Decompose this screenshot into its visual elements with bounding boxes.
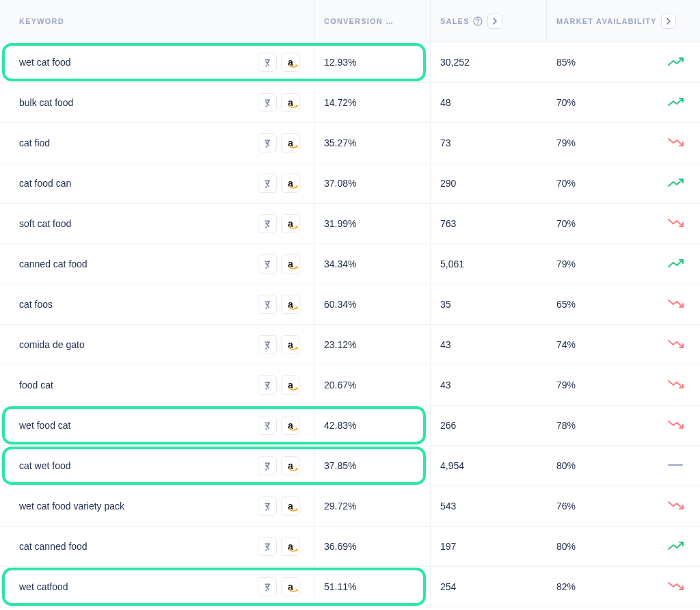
table-row[interactable]: cat wet foodऱa37.85%4,95480% [0,446,700,486]
cell-keyword: comida de gatoऱa [0,325,314,364]
keyword-text[interactable]: cat foos [19,299,258,310]
similar-icon[interactable]: ऱ [258,295,277,314]
similar-icon[interactable]: ऱ [258,254,277,274]
market-value: 78% [556,420,576,431]
similar-icon[interactable]: ऱ [258,335,277,354]
amazon-icon[interactable]: a [281,375,300,395]
keyword-text[interactable]: cat fiod [19,137,258,148]
amazon-icon[interactable]: a [281,53,300,72]
market-value: 70% [556,178,576,189]
cell-conversion: 35.27% [314,123,431,163]
keyword-text[interactable]: bulk cat food [19,97,258,108]
keyword-action-icons: ऱa [258,133,300,152]
amazon-icon[interactable]: a [281,174,300,193]
table-row[interactable]: wet cat foodऱa12.93%30,25285% [0,42,700,83]
similar-icon[interactable]: ऱ [258,577,277,596]
table-row[interactable]: wet cat food variety packऱa29.72%54376% [0,486,700,527]
keyword-text[interactable]: wet food cat [19,420,258,431]
keyword-text[interactable]: cat canned food [19,541,258,552]
chevron-right-icon[interactable] [487,14,502,29]
amazon-icon[interactable]: a [281,416,300,435]
similar-icon[interactable]: ऱ [258,416,277,435]
keyword-action-icons: ऱa [258,53,300,72]
trend-up-icon [667,258,685,271]
amazon-icon[interactable]: a [281,577,300,596]
cell-conversion: 31.99% [314,204,431,243]
keyword-text[interactable]: soft cat food [19,218,258,229]
header-conversion[interactable]: CONVERSION … [314,0,431,42]
table-row[interactable]: cat fiodऱa35.27%7379% [0,123,700,163]
amazon-icon[interactable]: a [281,335,300,354]
amazon-icon[interactable]: a [281,496,300,516]
svg-point-1 [477,23,479,24]
keyword-text[interactable]: cat food can [19,178,258,189]
cell-conversion: 23.12% [314,325,431,364]
cell-sales: 290 [431,163,547,203]
header-sales[interactable]: SALES [431,0,547,42]
header-label: KEYWORD [19,17,64,25]
similar-icon[interactable]: ऱ [258,133,277,152]
table-row[interactable]: food catऱa20.67%4379% [0,365,700,406]
header-keyword[interactable]: KEYWORD [0,0,314,42]
help-icon[interactable] [472,16,483,27]
keyword-text[interactable]: food cat [19,380,258,390]
keyword-text[interactable]: wet cat food variety pack [19,501,258,512]
cell-conversion: 20.67% [314,365,431,405]
cell-sales: 543 [431,486,547,526]
cell-conversion: 34.34% [314,244,431,284]
amazon-icon[interactable]: a [281,214,300,233]
cell-conversion: 37.85% [314,446,431,486]
keyword-action-icons: ऱa [258,254,300,274]
cell-market-availability: 85% [547,42,700,82]
table-header-row: KEYWORD CONVERSION … SALES MARKET AVAILA… [0,0,700,42]
similar-icon[interactable]: ऱ [258,53,277,72]
table-row[interactable]: comida de gatoऱa23.12%4374% [0,325,700,365]
amazon-icon[interactable]: a [281,537,300,556]
market-value: 74% [556,339,576,350]
chevron-right-icon[interactable] [661,14,676,29]
similar-icon[interactable]: ऱ [258,214,277,233]
table-row[interactable]: bulk cat foodऱa14.72%4870% [0,83,700,123]
similar-icon[interactable]: ऱ [258,496,277,516]
similar-icon[interactable]: ऱ [258,537,277,556]
cell-market-availability: 79% [547,365,700,405]
amazon-icon[interactable]: a [281,254,300,274]
similar-icon[interactable]: ऱ [258,456,277,475]
table-row[interactable]: cat foosऱa60.34%3565% [0,284,700,325]
amazon-icon[interactable]: a [281,456,300,475]
keyword-text[interactable]: cat wet food [19,460,258,471]
amazon-icon[interactable]: a [281,295,300,314]
cell-market-availability: 80% [547,527,700,566]
cell-sales: 43 [431,325,547,364]
table-row[interactable]: wet food catऱa42.83%26678% [0,406,700,446]
cell-market-availability: 76% [547,486,700,526]
cell-keyword: soft cat foodऱa [0,204,314,243]
cell-market-availability: 70% [547,163,700,203]
table-row[interactable]: cat food canऱa37.08%29070% [0,163,700,204]
amazon-icon[interactable]: a [281,93,300,112]
keyword-text[interactable]: wet catfood [19,581,258,592]
keyword-text[interactable]: wet cat food [19,57,258,68]
table-row[interactable]: canned cat foodऱa34.34%5,06179% [0,244,700,284]
trend-down-icon [667,339,685,352]
table-row[interactable]: wet catfoodऱa51.11%25482% [0,567,700,607]
keyword-text[interactable]: canned cat food [19,258,258,269]
similar-icon[interactable]: ऱ [258,174,277,193]
keyword-text[interactable]: comida de gato [19,339,258,350]
similar-icon[interactable]: ऱ [258,375,277,395]
header-label: CONVERSION … [324,17,394,25]
table-row[interactable]: cat canned foodऱa36.69%19780% [0,527,700,567]
cell-conversion: 51.11% [314,567,431,607]
trend-up-icon [667,96,685,109]
similar-icon[interactable]: ऱ [258,93,277,112]
header-label: SALES [440,17,470,25]
cell-market-availability: 82% [547,567,700,607]
keyword-action-icons: ऱa [258,456,300,475]
amazon-icon[interactable]: a [281,133,300,152]
header-market-availability[interactable]: MARKET AVAILABILITY [547,0,700,42]
cell-sales: 266 [431,406,547,445]
keyword-action-icons: ऱa [258,335,300,354]
cell-sales: 763 [431,204,547,243]
trend-up-icon [667,56,685,69]
table-row[interactable]: soft cat foodऱa31.99%76370% [0,204,700,244]
